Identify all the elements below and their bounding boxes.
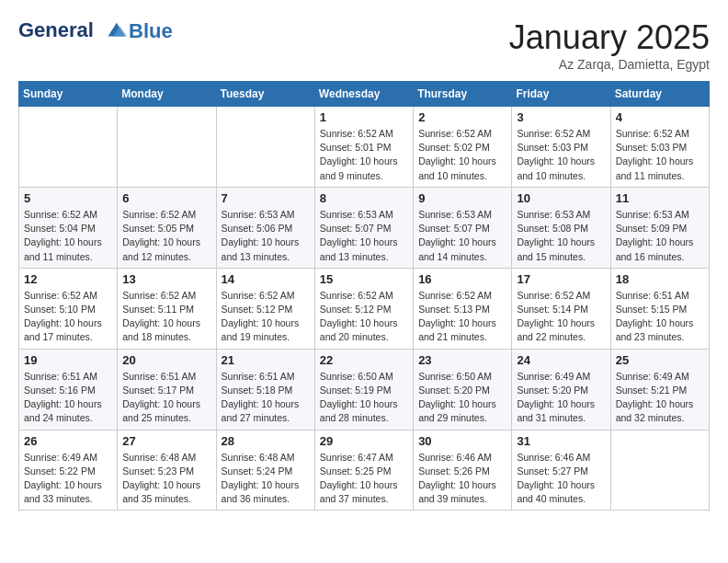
day-number: 13 [122,272,210,286]
calendar-cell: 4Sunrise: 6:52 AM Sunset: 5:03 PM Daylig… [610,107,709,188]
day-info: Sunrise: 6:53 AM Sunset: 5:06 PM Dayligh… [222,208,310,264]
calendar-cell [118,107,216,188]
day-info: Sunrise: 6:52 AM Sunset: 5:01 PM Dayligh… [320,127,408,183]
day-info: Sunrise: 6:51 AM Sunset: 5:15 PM Dayligh… [616,289,704,345]
day-info: Sunrise: 6:52 AM Sunset: 5:03 PM Dayligh… [616,127,704,183]
day-number: 17 [517,272,605,286]
day-number: 6 [122,191,210,205]
day-number: 4 [616,110,704,124]
month-title: January 2025 [509,18,710,57]
day-number: 10 [517,191,605,205]
calendar-cell: 20Sunrise: 6:51 AM Sunset: 5:17 PM Dayli… [118,349,216,430]
calendar-cell: 17Sunrise: 6:52 AM Sunset: 5:14 PM Dayli… [512,268,610,349]
day-number: 19 [24,353,112,367]
calendar-cell: 24Sunrise: 6:49 AM Sunset: 5:20 PM Dayli… [512,349,610,430]
day-number: 24 [517,353,605,367]
location-subtitle: Az Zarqa, Damietta, Egypt [509,57,710,72]
calendar-cell: 9Sunrise: 6:53 AM Sunset: 5:07 PM Daylig… [414,187,512,268]
day-number: 7 [222,191,310,205]
day-number: 16 [418,272,506,286]
day-info: Sunrise: 6:51 AM Sunset: 5:16 PM Dayligh… [24,370,112,426]
day-number: 30 [418,434,506,448]
day-info: Sunrise: 6:52 AM Sunset: 5:14 PM Dayligh… [517,289,605,345]
weekday-header-saturday: Saturday [610,82,709,107]
day-number: 15 [320,272,408,286]
calendar-cell: 6Sunrise: 6:52 AM Sunset: 5:05 PM Daylig… [118,187,216,268]
weekday-header-sunday: Sunday [19,82,118,107]
calendar-cell: 18Sunrise: 6:51 AM Sunset: 5:15 PM Dayli… [610,268,709,349]
weekday-header-row: SundayMondayTuesdayWednesdayThursdayFrid… [19,82,710,107]
day-number: 14 [222,272,310,286]
calendar-cell: 31Sunrise: 6:46 AM Sunset: 5:27 PM Dayli… [512,430,610,511]
week-row-1: 1Sunrise: 6:52 AM Sunset: 5:01 PM Daylig… [19,107,710,188]
day-number: 8 [320,191,408,205]
calendar-cell: 16Sunrise: 6:52 AM Sunset: 5:13 PM Dayli… [414,268,512,349]
day-info: Sunrise: 6:52 AM Sunset: 5:12 PM Dayligh… [222,289,310,345]
week-row-5: 26Sunrise: 6:49 AM Sunset: 5:22 PM Dayli… [19,430,710,511]
weekday-header-monday: Monday [118,82,216,107]
day-number: 27 [122,434,210,448]
calendar-cell: 1Sunrise: 6:52 AM Sunset: 5:01 PM Daylig… [314,107,413,188]
day-info: Sunrise: 6:53 AM Sunset: 5:08 PM Dayligh… [517,208,605,264]
logo-blue: Blue [129,20,173,42]
day-number: 28 [222,434,310,448]
day-info: Sunrise: 6:49 AM Sunset: 5:20 PM Dayligh… [517,370,605,426]
title-block: January 2025 Az Zarqa, Damietta, Egypt [509,18,710,72]
calendar-cell: 2Sunrise: 6:52 AM Sunset: 5:02 PM Daylig… [414,107,512,188]
day-info: Sunrise: 6:52 AM Sunset: 5:10 PM Dayligh… [24,289,112,345]
week-row-4: 19Sunrise: 6:51 AM Sunset: 5:16 PM Dayli… [19,349,710,430]
day-number: 21 [222,353,310,367]
day-info: Sunrise: 6:52 AM Sunset: 5:04 PM Dayligh… [24,208,112,264]
day-info: Sunrise: 6:53 AM Sunset: 5:09 PM Dayligh… [616,208,704,264]
day-info: Sunrise: 6:53 AM Sunset: 5:07 PM Dayligh… [320,208,408,264]
logo: General Blue [18,18,173,44]
calendar-cell [216,107,314,188]
day-number: 31 [517,434,605,448]
calendar-cell: 12Sunrise: 6:52 AM Sunset: 5:10 PM Dayli… [19,268,118,349]
weekday-header-wednesday: Wednesday [314,82,413,107]
calendar-cell: 14Sunrise: 6:52 AM Sunset: 5:12 PM Dayli… [216,268,314,349]
calendar-cell: 25Sunrise: 6:49 AM Sunset: 5:21 PM Dayli… [610,349,709,430]
day-number: 2 [418,110,506,124]
day-info: Sunrise: 6:48 AM Sunset: 5:24 PM Dayligh… [222,451,310,507]
day-info: Sunrise: 6:46 AM Sunset: 5:27 PM Dayligh… [517,451,605,507]
day-number: 22 [320,353,408,367]
day-number: 12 [24,272,112,286]
day-info: Sunrise: 6:52 AM Sunset: 5:13 PM Dayligh… [418,289,506,345]
weekday-header-thursday: Thursday [414,82,512,107]
day-number: 29 [320,434,408,448]
day-info: Sunrise: 6:49 AM Sunset: 5:22 PM Dayligh… [24,451,112,507]
day-number: 20 [122,353,210,367]
calendar-cell: 13Sunrise: 6:52 AM Sunset: 5:11 PM Dayli… [118,268,216,349]
day-info: Sunrise: 6:47 AM Sunset: 5:25 PM Dayligh… [320,451,408,507]
calendar-cell: 7Sunrise: 6:53 AM Sunset: 5:06 PM Daylig… [216,187,314,268]
calendar-cell: 15Sunrise: 6:52 AM Sunset: 5:12 PM Dayli… [314,268,413,349]
calendar-cell: 19Sunrise: 6:51 AM Sunset: 5:16 PM Dayli… [19,349,118,430]
day-info: Sunrise: 6:51 AM Sunset: 5:17 PM Dayligh… [122,370,210,426]
day-number: 9 [418,191,506,205]
day-number: 26 [24,434,112,448]
day-info: Sunrise: 6:49 AM Sunset: 5:21 PM Dayligh… [616,370,704,426]
page-header: General Blue January 2025 Az Zarqa, Dami… [18,18,710,72]
calendar-cell: 10Sunrise: 6:53 AM Sunset: 5:08 PM Dayli… [512,187,610,268]
calendar-cell: 27Sunrise: 6:48 AM Sunset: 5:23 PM Dayli… [118,430,216,511]
calendar-cell: 5Sunrise: 6:52 AM Sunset: 5:04 PM Daylig… [19,187,118,268]
day-info: Sunrise: 6:52 AM Sunset: 5:11 PM Dayligh… [122,289,210,345]
calendar-cell: 30Sunrise: 6:46 AM Sunset: 5:26 PM Dayli… [414,430,512,511]
calendar-cell: 23Sunrise: 6:50 AM Sunset: 5:20 PM Dayli… [414,349,512,430]
day-number: 25 [616,353,704,367]
day-number: 23 [418,353,506,367]
day-info: Sunrise: 6:51 AM Sunset: 5:18 PM Dayligh… [222,370,310,426]
week-row-3: 12Sunrise: 6:52 AM Sunset: 5:10 PM Dayli… [19,268,710,349]
calendar-cell: 21Sunrise: 6:51 AM Sunset: 5:18 PM Dayli… [216,349,314,430]
day-info: Sunrise: 6:46 AM Sunset: 5:26 PM Dayligh… [418,451,506,507]
calendar-table: SundayMondayTuesdayWednesdayThursdayFrid… [18,81,710,511]
day-number: 5 [24,191,112,205]
day-number: 1 [320,110,408,124]
day-number: 11 [616,191,704,205]
calendar-cell: 22Sunrise: 6:50 AM Sunset: 5:19 PM Dayli… [314,349,413,430]
day-number: 3 [517,110,605,124]
day-info: Sunrise: 6:52 AM Sunset: 5:05 PM Dayligh… [122,208,210,264]
calendar-cell [610,430,709,511]
day-info: Sunrise: 6:50 AM Sunset: 5:19 PM Dayligh… [320,370,408,426]
